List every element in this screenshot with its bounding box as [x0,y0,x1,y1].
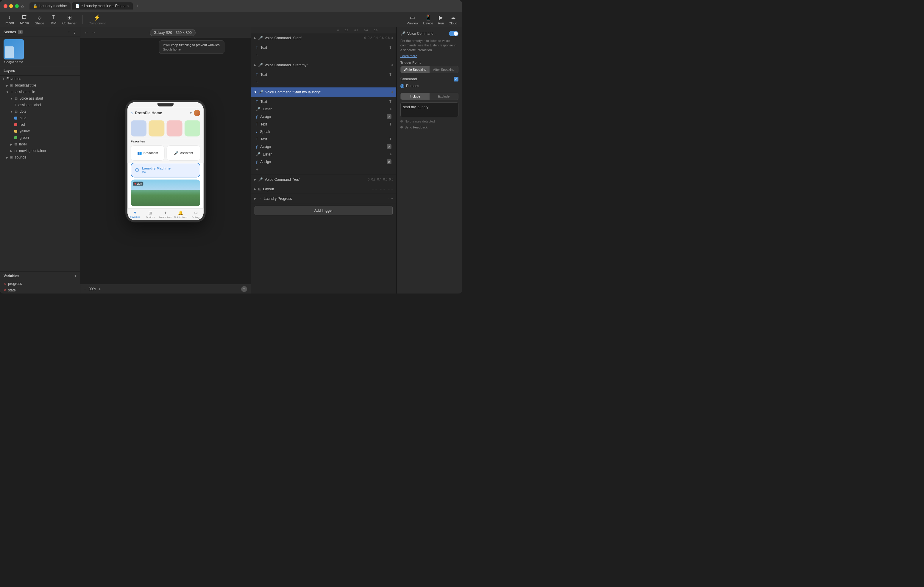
phone-tiles [127,118,204,138]
run-button[interactable]: ▶ Run [438,14,444,25]
nav-automations[interactable]: ✦ Automations [158,210,173,219]
phrase-input-box[interactable]: start my laundry [400,102,459,117]
add-tab-button[interactable]: + [134,2,141,10]
canvas-scroll: It will keep tumbling to prevent wrinkle… [80,38,251,284]
add-variable-button[interactable]: + [74,274,76,278]
variable-state[interactable]: ✕ state [0,287,80,294]
voice-command-toggle[interactable] [449,31,459,36]
timeline-header: 0 0.2 0.4 0.6 0.8 [251,27,396,33]
import-tool[interactable]: ↓ Import [5,14,14,25]
command-checkbox[interactable]: ✓ [454,77,459,82]
tab-close-button[interactable]: × [127,4,129,8]
include-button[interactable]: Include [401,93,429,100]
frame-type-icon-3: ⊡ [15,97,18,100]
layer-dots[interactable]: ▼ ⊡ dots [0,108,80,115]
phone-device-tile[interactable]: ⊙ Laundry Machine On [131,162,200,177]
layer-moving-container[interactable]: ▶ ⊡ moving container [0,148,80,154]
layer-sounds[interactable]: ▶ ⊡ sounds [0,154,80,161]
layer-red[interactable]: red [0,121,80,128]
trigger-laundry-progress-header[interactable]: ▶ → Laundry Progress → ✦ [251,194,396,203]
tab-laundry-machine[interactable]: 🔒 Laundry machine [30,2,70,10]
minimize-button[interactable] [9,4,13,8]
action-text-2[interactable]: T Text T [251,71,396,78]
help-button[interactable]: ? [241,286,247,292]
add-scene-button[interactable]: + [68,30,70,34]
forward-button[interactable]: → [91,30,96,35]
container-tool[interactable]: ⊞ Container [62,14,76,25]
layer-broadcast-tile[interactable]: ▶ ⊡ broadcast tile [0,82,80,89]
action-assign-2[interactable]: ƒ Assign ✕ [251,143,396,150]
layer-label[interactable]: ▶ ⊡ label [0,141,80,148]
add-trigger-button[interactable]: Add Trigger [254,206,393,215]
cloud-button[interactable]: ☁ Cloud [449,14,457,25]
nav-favorites[interactable]: ♥ Favorites [127,210,143,219]
trigger-layout-header[interactable]: ▶ ⊞ Layout ←→ ←→ ←→ [251,184,396,194]
layer-green[interactable]: green [0,135,80,141]
tab-active[interactable]: 📄 * Laundry machine – Phone × [72,2,133,10]
layer-favorites[interactable]: T Favorites [0,76,80,82]
action-listen-1[interactable]: 🎤 Listen [251,105,396,113]
tile-green [185,120,200,136]
scenes-title: Scenes 1 [3,30,23,34]
broadcast-tile[interactable]: 👥 Broadcast [131,145,164,160]
red-color-swatch [14,123,17,126]
scenes-section: Scenes 1 + ⋮ [0,27,80,37]
close-button[interactable] [3,4,7,8]
text-icon-3c: T [256,137,258,141]
media-tool[interactable]: 🖼 Media [20,14,29,25]
action-text-3c[interactable]: T Text T [251,135,396,143]
trigger-start-my-laundry-header[interactable]: ▼ 🎤 Voice Command "Start my laundry" [251,87,396,97]
listen-marker-1 [389,108,391,110]
add-action-2[interactable]: + [251,78,396,86]
phrases-radio[interactable]: Phrases [400,84,459,88]
frame-type-icon-4: ⊡ [15,110,18,113]
chevron-icon: ▶ [6,84,8,87]
layers-list: T Favorites ▶ ⊡ broadcast tile ▼ ⊡ assis… [0,76,80,271]
after-speaking-button[interactable]: After Speaking [429,66,459,73]
action-speak[interactable]: ♪ Speak [251,128,396,135]
action-assign-3[interactable]: ƒ Assign ✕ [251,158,396,166]
back-button[interactable]: ← [84,30,89,35]
phone-status-bar [127,102,204,107]
nav-notifications[interactable]: 🔔 Notifications [173,210,188,219]
nav-devices[interactable]: ⊞ Devices [143,210,158,219]
component-tool: ⚡ Component [89,14,106,25]
layer-voice-assistant[interactable]: ▼ ⊡ voice assistant [0,95,80,102]
send-feedback-button[interactable]: Send Feedback [400,125,459,129]
layer-assistant-label[interactable]: T assistant label [0,102,80,108]
mic-icon-trigger4: 🎤 [258,177,263,182]
layer-blue[interactable]: blue [0,115,80,121]
assistant-tile[interactable]: 🎤 Assistant [167,145,200,160]
shape-tool[interactable]: ◇ Shape [35,14,45,25]
device-button[interactable]: 📱 Device [423,14,433,25]
text-tool[interactable]: T Text [50,14,56,25]
nav-settings[interactable]: ⚙ Settings [188,210,204,219]
live-dot [135,183,136,184]
scene-preview[interactable]: Google ho me [3,39,24,64]
preview-button[interactable]: ▭ Preview [407,14,418,25]
action-text-3a[interactable]: T Text T [251,98,396,105]
action-text-1[interactable]: T Text T [251,44,396,51]
zoom-out-button[interactable]: − [84,287,86,291]
learn-more-link[interactable]: Learn more [400,54,459,58]
add-action-3[interactable]: + [251,166,396,173]
assign-badge-2: ✕ [387,144,391,149]
trigger-start-my-header[interactable]: ▶ 🎤 Voice Command "Start my" [251,60,396,69]
exclude-button[interactable]: Exclude [429,93,459,100]
device-selector[interactable]: Galaxy S20 360 × 800 [150,29,196,36]
while-speaking-button[interactable]: While Speaking [401,66,429,73]
add-action-1[interactable]: + [251,51,396,59]
variable-icon-2: ✕ [3,288,6,292]
action-assign-1[interactable]: ƒ Assign ✕ [251,113,396,120]
layer-assistant-tile[interactable]: ▼ ⊡ assistant tile [0,89,80,95]
zoom-in-button[interactable]: + [98,287,101,291]
trigger-start-header[interactable]: ▶ 🎤 Voice Command "Start" 0 0.2 0.4 0.6 … [251,33,396,43]
scenes-options-button[interactable]: ⋮ [73,30,76,34]
action-listen-2[interactable]: 🎤 Listen [251,150,396,158]
variable-progress[interactable]: ✕ progress [0,280,80,287]
trigger-yes-header[interactable]: ▶ 🎤 Voice Command "Yes" 0 0.2 0.4 0.6 0.… [251,175,396,184]
layer-yellow[interactable]: yellow [0,128,80,135]
action-text-3b[interactable]: T Text T [251,120,396,128]
text-badge-3a: T [389,100,391,104]
maximize-button[interactable] [15,4,19,8]
